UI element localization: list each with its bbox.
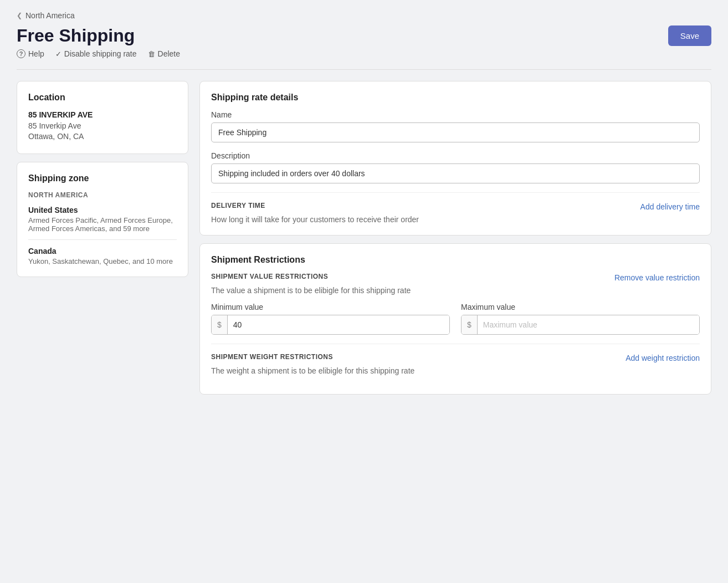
zone-country1-name: United States bbox=[28, 206, 177, 214]
max-value-input[interactable] bbox=[478, 315, 699, 334]
min-value-label: Minimum value bbox=[211, 303, 450, 311]
disable-button[interactable]: ✓ Disable shipping rate bbox=[55, 49, 137, 58]
zone-country1-detail: Armed Forces Pacific, Armed Forces Europ… bbox=[28, 216, 177, 233]
zone-country2-name: Canada bbox=[28, 247, 177, 255]
weight-restrictions-section: SHIPMENT WEIGHT RESTRICTIONS Add weight … bbox=[211, 353, 700, 375]
page-header: Free Shipping Save bbox=[17, 25, 711, 46]
location-card: Location 85 INVERKIP AVE 85 Inverkip Ave… bbox=[17, 81, 188, 154]
trash-icon: 🗑 bbox=[148, 50, 155, 58]
location-address1: 85 Inverkip Ave bbox=[28, 121, 177, 130]
delete-button[interactable]: 🗑 Delete bbox=[148, 49, 180, 58]
min-prefix-symbol: $ bbox=[212, 315, 228, 334]
max-value-group: Maximum value $ bbox=[461, 303, 700, 335]
weight-restrictions-label: SHIPMENT WEIGHT RESTRICTIONS bbox=[211, 353, 333, 361]
details-divider bbox=[211, 192, 700, 193]
shipping-details-title: Shipping rate details bbox=[211, 93, 700, 103]
zone-card-title: Shipping zone bbox=[28, 173, 177, 183]
help-button[interactable]: ? Help bbox=[17, 49, 44, 58]
add-delivery-time-button[interactable]: Add delivery time bbox=[640, 202, 700, 211]
shipping-rate-details-card: Shipping rate details Name Description D… bbox=[199, 81, 711, 236]
breadcrumb: ❮ North America bbox=[17, 11, 711, 20]
max-prefix-symbol: $ bbox=[462, 315, 478, 334]
delivery-section-header: DELIVERY TIME Add delivery time bbox=[211, 202, 700, 212]
delivery-label: DELIVERY TIME bbox=[211, 202, 265, 209]
location-name-bold: 85 INVERKIP AVE bbox=[28, 110, 177, 119]
disable-label: Disable shipping rate bbox=[64, 49, 137, 58]
name-field-label: Name bbox=[211, 110, 700, 119]
right-column: Shipping rate details Name Description D… bbox=[199, 81, 711, 395]
max-value-label: Maximum value bbox=[461, 303, 700, 311]
description-input[interactable] bbox=[211, 163, 700, 183]
delete-label: Delete bbox=[158, 49, 180, 58]
min-value-input-wrapper: $ bbox=[211, 315, 450, 335]
zone-region-label: NORTH AMERICA bbox=[28, 191, 177, 199]
description-field-label: Description bbox=[211, 151, 700, 160]
value-restrictions-label: SHIPMENT VALUE RESTRICTIONS bbox=[211, 273, 328, 280]
save-button[interactable]: Save bbox=[668, 25, 711, 46]
min-value-group: Minimum value $ bbox=[211, 303, 450, 335]
zone-country2-detail: Yukon, Saskatchewan, Quebec, and 10 more bbox=[28, 257, 177, 265]
remove-value-restriction-button[interactable]: Remove value restriction bbox=[614, 273, 700, 282]
shipment-restrictions-card: Shipment Restrictions SHIPMENT VALUE RES… bbox=[199, 243, 711, 395]
restrictions-title: Shipment Restrictions bbox=[211, 255, 700, 265]
shipping-zone-card: Shipping zone NORTH AMERICA United State… bbox=[17, 162, 188, 277]
check-icon: ✓ bbox=[55, 50, 61, 58]
back-arrow-icon: ❮ bbox=[17, 12, 22, 19]
value-restrictions-section: SHIPMENT VALUE RESTRICTIONS Remove value… bbox=[211, 273, 700, 335]
page-title: Free Shipping bbox=[17, 25, 135, 46]
weight-restrictions-header: SHIPMENT WEIGHT RESTRICTIONS Add weight … bbox=[211, 353, 700, 363]
restrictions-divider bbox=[211, 344, 700, 344]
action-bar: ? Help ✓ Disable shipping rate 🗑 Delete bbox=[17, 49, 711, 58]
name-input[interactable] bbox=[211, 122, 700, 142]
weight-restrictions-desc: The weight a shipment is to be elibigle … bbox=[211, 366, 700, 375]
help-icon: ? bbox=[17, 49, 25, 58]
value-restrictions-desc: The value a shipment is to be elibigle f… bbox=[211, 286, 700, 295]
location-card-title: Location bbox=[28, 93, 177, 103]
header-divider bbox=[17, 69, 711, 70]
max-value-input-wrapper: $ bbox=[461, 315, 700, 335]
value-fields-row: Minimum value $ Maximum value $ bbox=[211, 303, 700, 335]
add-weight-restriction-button[interactable]: Add weight restriction bbox=[626, 354, 700, 362]
main-layout: Location 85 INVERKIP AVE 85 Inverkip Ave… bbox=[17, 81, 711, 395]
value-restrictions-header: SHIPMENT VALUE RESTRICTIONS Remove value… bbox=[211, 273, 700, 283]
location-address2: Ottawa, ON, CA bbox=[28, 132, 177, 141]
delivery-description: How long it will take for your customers… bbox=[211, 215, 700, 224]
min-value-input[interactable] bbox=[228, 315, 449, 334]
breadcrumb-link[interactable]: North America bbox=[25, 11, 75, 20]
help-label: Help bbox=[28, 49, 44, 58]
left-column: Location 85 INVERKIP AVE 85 Inverkip Ave… bbox=[17, 81, 188, 277]
zone-separator bbox=[28, 239, 177, 240]
